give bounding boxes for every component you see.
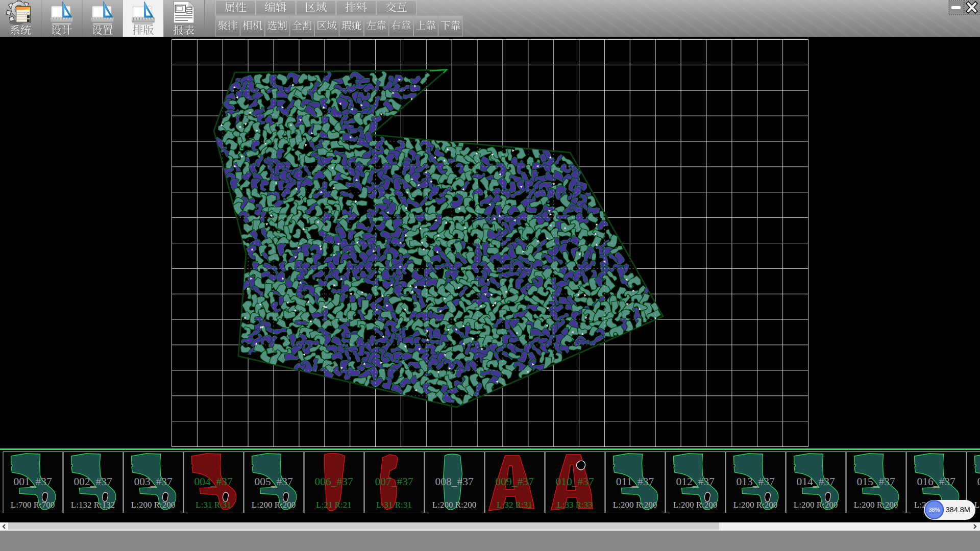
svg-text:L:200 R:200: L:200 R:200 bbox=[794, 500, 838, 510]
svg-text:005_#37: 005_#37 bbox=[254, 475, 293, 488]
svg-text:014_#37: 014_#37 bbox=[796, 475, 835, 488]
svg-text:015_#37: 015_#37 bbox=[856, 475, 895, 488]
svg-text:011_#37: 011_#37 bbox=[616, 475, 654, 488]
svg-text:L:200 R:200: L:200 R:200 bbox=[854, 500, 898, 510]
svg-text:004_#37: 004_#37 bbox=[194, 475, 233, 488]
svg-text:009_#37: 009_#37 bbox=[495, 475, 534, 488]
svg-text:L:700 R:700: L:700 R:700 bbox=[11, 500, 55, 510]
svg-text:017_#37: 017_#37 bbox=[977, 475, 980, 488]
svg-text:006_#37: 006_#37 bbox=[314, 475, 353, 488]
svg-text:001_#37: 001_#37 bbox=[13, 475, 52, 488]
svg-text:013_#37: 013_#37 bbox=[736, 475, 775, 488]
svg-text:L:21 R:21: L:21 R:21 bbox=[316, 500, 351, 510]
svg-text:L:31 R:31: L:31 R:31 bbox=[376, 500, 411, 510]
svg-text:L:33 R:33: L:33 R:33 bbox=[557, 500, 592, 510]
svg-text:L:200 R:200: L:200 R:200 bbox=[733, 500, 777, 510]
svg-text:012_#37: 012_#37 bbox=[676, 475, 715, 488]
svg-text:L:32 R:31: L:32 R:31 bbox=[497, 500, 532, 510]
svg-text:002_#37: 002_#37 bbox=[74, 475, 112, 488]
svg-text:384.8M: 384.8M bbox=[946, 506, 970, 514]
svg-text:38%: 38% bbox=[928, 507, 940, 513]
svg-text:L:200 R:200: L:200 R:200 bbox=[613, 500, 657, 510]
svg-text:010_#37: 010_#37 bbox=[555, 475, 594, 488]
svg-text:L:132 R:132: L:132 R:132 bbox=[71, 500, 115, 510]
svg-text:007_#37: 007_#37 bbox=[375, 475, 413, 488]
svg-text:016_#37: 016_#37 bbox=[917, 475, 955, 488]
svg-text:L:200 R:200: L:200 R:200 bbox=[432, 500, 476, 510]
svg-text:L:31 R:31: L:31 R:31 bbox=[195, 500, 231, 510]
svg-text:L:200 R:200: L:200 R:200 bbox=[673, 500, 717, 510]
svg-text:L:200 R:200: L:200 R:200 bbox=[131, 500, 175, 510]
svg-text:003_#37: 003_#37 bbox=[134, 475, 173, 488]
svg-text:008_#37: 008_#37 bbox=[435, 475, 474, 488]
svg-text:L:200 R:200: L:200 R:200 bbox=[252, 500, 296, 510]
